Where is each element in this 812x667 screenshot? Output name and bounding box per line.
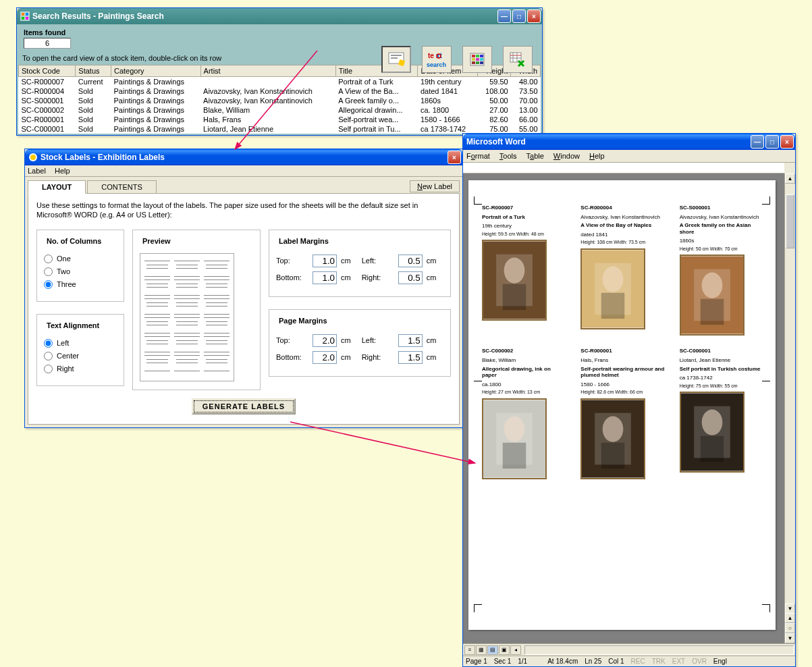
maximize-button[interactable]: □ bbox=[512, 9, 526, 23]
close-button[interactable]: × bbox=[527, 9, 541, 23]
close-button[interactable]: × bbox=[780, 135, 794, 149]
margin-label: Top: bbox=[276, 257, 308, 265]
svg-rect-7 bbox=[391, 57, 398, 59]
close-button[interactable]: × bbox=[448, 151, 461, 164]
status-at: At 18.4cm bbox=[547, 658, 578, 665]
page-margins-legend: Page Margins bbox=[276, 317, 330, 325]
scroll-handle[interactable] bbox=[786, 194, 794, 248]
column-header[interactable]: Artist bbox=[200, 65, 335, 77]
svg-point-32 bbox=[504, 258, 525, 284]
radio-three-columns[interactable] bbox=[44, 280, 53, 289]
maximize-button[interactable]: □ bbox=[765, 135, 779, 149]
items-found-label: Items found bbox=[18, 26, 541, 38]
web-view-button[interactable]: ▦ bbox=[476, 645, 487, 655]
page-margin-right-input[interactable] bbox=[398, 351, 423, 364]
vertical-scrollbar[interactable]: ▲ ▼ ▲ ○ ▼ bbox=[784, 174, 795, 643]
status-ovr: OVR bbox=[692, 658, 707, 665]
svg-rect-45 bbox=[503, 442, 526, 468]
svg-point-52 bbox=[701, 410, 722, 435]
margin-label: Top: bbox=[276, 336, 308, 344]
label-margin-left-input[interactable] bbox=[398, 255, 423, 267]
label-margin-bottom-input[interactable] bbox=[313, 271, 337, 284]
browse-object-button[interactable]: ○ bbox=[785, 623, 795, 633]
window-title: Search Results - Paintings Search bbox=[32, 11, 164, 21]
column-header[interactable]: Status bbox=[76, 65, 111, 77]
document-area[interactable]: ▲ ▼ ▲ ○ ▼ SC-R000007Portrait of a Turk19… bbox=[463, 174, 795, 643]
text-search-tool-button[interactable]: textsearch bbox=[422, 46, 452, 73]
scroll-up-arrow[interactable]: ▲ bbox=[785, 174, 795, 184]
ruler[interactable] bbox=[463, 163, 784, 174]
svg-rect-37 bbox=[601, 293, 625, 319]
scroll-left-button[interactable]: ◂ bbox=[510, 645, 521, 655]
columns-legend: No. of Columns bbox=[44, 237, 104, 245]
menu-label[interactable]: Label bbox=[28, 167, 46, 175]
menu-table[interactable]: Table bbox=[526, 152, 544, 160]
print-layout-view-button[interactable]: ▤ bbox=[487, 645, 498, 655]
column-header[interactable]: Stock Code bbox=[19, 65, 76, 77]
prev-page-button[interactable]: ▲ bbox=[785, 613, 795, 623]
menu-help[interactable]: Help bbox=[55, 167, 70, 175]
window-title: Stock Labels - Exhibition Labels bbox=[40, 153, 165, 162]
thumbnail-image bbox=[680, 392, 745, 473]
radio-align-right[interactable] bbox=[44, 365, 53, 373]
normal-view-button[interactable]: ≡ bbox=[464, 645, 475, 655]
svg-rect-6 bbox=[391, 55, 402, 56]
horizontal-scrollbar[interactable] bbox=[524, 645, 794, 655]
preview-legend: Preview bbox=[140, 237, 173, 245]
export-excel-tool-button[interactable] bbox=[503, 46, 533, 73]
page-margin-bottom-input[interactable] bbox=[313, 351, 337, 364]
labels-tool-button[interactable] bbox=[381, 46, 411, 73]
svg-rect-20 bbox=[472, 61, 475, 64]
items-found-count: 6 bbox=[24, 38, 71, 49]
titlebar[interactable]: Search Results - Paintings Search — □ × bbox=[17, 8, 542, 24]
label-margin-right-input[interactable] bbox=[398, 271, 423, 284]
menu-format[interactable]: Format bbox=[466, 152, 490, 160]
label-card: SC-S000001Aivazovsky, Ivan Konstantinovi… bbox=[680, 205, 763, 336]
margin-label: Left: bbox=[362, 336, 394, 344]
next-page-button[interactable]: ▼ bbox=[785, 633, 795, 643]
table-row[interactable]: SC-C000001SoldPaintings & DrawingsLiotar… bbox=[19, 124, 541, 134]
svg-rect-1 bbox=[22, 13, 24, 16]
table-row[interactable]: SC-S000001SoldPaintings & DrawingsAivazo… bbox=[19, 96, 541, 105]
tab-layout[interactable]: LAYOUT bbox=[28, 180, 86, 194]
table-row[interactable]: SC-R000001SoldPaintings & DrawingsHals, … bbox=[19, 115, 541, 124]
menu-tools[interactable]: Tools bbox=[499, 152, 517, 160]
radio-align-left[interactable] bbox=[44, 339, 53, 348]
label-margin-top-input[interactable] bbox=[313, 255, 337, 267]
margin-label: Bottom: bbox=[276, 353, 308, 361]
svg-rect-41 bbox=[700, 299, 724, 325]
table-row[interactable]: SC-R000007CurrentPaintings & DrawingsPor… bbox=[19, 77, 541, 87]
status-trk: TRK bbox=[652, 658, 666, 665]
preview-box bbox=[140, 253, 234, 381]
svg-text:search: search bbox=[427, 61, 446, 68]
column-header[interactable]: Category bbox=[111, 65, 200, 77]
status-ext: EXT bbox=[672, 658, 685, 665]
new-label-button[interactable]: New Label bbox=[410, 180, 460, 192]
status-section: Sec 1 bbox=[494, 658, 512, 665]
svg-point-36 bbox=[603, 266, 624, 292]
menu-window[interactable]: Window bbox=[553, 152, 580, 160]
radio-two-columns[interactable] bbox=[44, 267, 53, 276]
minimize-button[interactable]: — bbox=[751, 135, 764, 149]
radio-align-center[interactable] bbox=[44, 352, 53, 361]
titlebar[interactable]: Stock Labels - Exhibition Labels × bbox=[25, 149, 462, 165]
radio-label: Right bbox=[57, 365, 74, 373]
page-margin-top-input[interactable] bbox=[313, 334, 337, 347]
radio-one-column[interactable] bbox=[44, 255, 53, 263]
generate-labels-button[interactable]: GENERATE LABELS bbox=[192, 398, 296, 415]
svg-rect-3 bbox=[22, 17, 24, 20]
titlebar[interactable]: Microsoft Word — □ × bbox=[463, 134, 795, 150]
outline-view-button[interactable]: ▣ bbox=[499, 645, 510, 655]
table-row[interactable]: SC-R000004SoldPaintings & DrawingsAivazo… bbox=[19, 86, 541, 96]
minimize-button[interactable]: — bbox=[497, 9, 511, 23]
table-row[interactable]: SC-C000002SoldPaintings & DrawingsBlake,… bbox=[19, 105, 541, 115]
grid-view-tool-button[interactable] bbox=[462, 46, 492, 73]
svg-rect-16 bbox=[480, 55, 483, 57]
tab-contents[interactable]: CONTENTS bbox=[87, 180, 157, 193]
svg-point-29 bbox=[30, 155, 36, 160]
svg-rect-15 bbox=[476, 55, 479, 57]
menu-help[interactable]: Help bbox=[589, 152, 605, 160]
scroll-down-arrow[interactable]: ▼ bbox=[785, 604, 795, 614]
page-margin-left-input[interactable] bbox=[398, 334, 423, 347]
stock-labels-window: Stock Labels - Exhibition Labels × Label… bbox=[24, 149, 463, 428]
